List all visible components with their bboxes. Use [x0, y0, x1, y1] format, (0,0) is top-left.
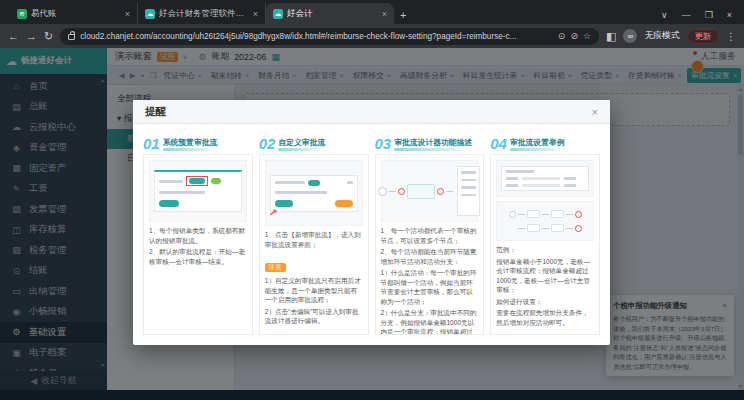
- side-panel-icon[interactable]: ◧: [606, 30, 616, 43]
- browser-window: ≋ 易代账 × ☁ 好会计财务管理软件购买价格页… × ☁ 好会计 × + ∨ …: [0, 0, 744, 400]
- step-panel: ↗ 1、点击【新增审批流】，进入到审批流设置界面； 注意 1）自定义的审批流只有…: [259, 154, 369, 335]
- yidaizhang-favicon: ≋: [17, 9, 27, 19]
- browser-tab-active[interactable]: ☁ 好会计 ×: [266, 3, 394, 24]
- haokuaiji-favicon: ☁: [273, 9, 283, 19]
- window-close-icon[interactable]: ×: [727, 10, 732, 20]
- eye-slash-icon[interactable]: ⊘: [570, 31, 578, 41]
- new-tab-button[interactable]: +: [400, 9, 406, 21]
- restore-icon[interactable]: ❒: [705, 10, 713, 20]
- step-number: 04: [490, 136, 507, 151]
- modal-title: 提醒: [145, 105, 166, 119]
- step-text: 1、点击【新增审批流】，进入到审批流设置界面；: [265, 230, 363, 251]
- tab-close-icon[interactable]: ×: [125, 9, 130, 19]
- modal-header: 提醒 ×: [133, 100, 610, 124]
- step-text-line: 如何进行设置：: [496, 297, 594, 307]
- step-text-line: 1、每一个活动都代表一个审核的节点，可以设置多个节点；: [381, 226, 479, 245]
- step-panel: 1、每一个活动都代表一个审核的节点，可以设置多个节点；2、每个活动都能在当前环节…: [375, 154, 485, 335]
- step-text-line: 2、默认的审批流程是：开始—老板审核—会计审核—结束。: [149, 247, 247, 266]
- step-1: 01 系统预置审批流: [143, 132, 253, 335]
- chrome-update-button[interactable]: 更新: [687, 29, 719, 44]
- app-page: ☁ 畅捷通好会计 ▲ ▼ ⌂ 首页 ▤ 总账 ☁: [0, 48, 744, 400]
- minimize-icon[interactable]: —: [682, 10, 691, 20]
- step-text-line: 2、每个活动都能在当前环节随意增加环节活动和活动分支：: [381, 247, 479, 266]
- custom-flow-screenshot: ↗: [265, 160, 363, 226]
- browser-tab-title: 好会计财务管理软件购买价格页…: [159, 8, 249, 20]
- bookmark-star-icon[interactable]: ☆: [583, 31, 591, 41]
- step-title: 自定义审批流: [278, 137, 325, 151]
- step-2: 02 自定义审批流: [259, 132, 369, 335]
- back-icon[interactable]: ←: [8, 30, 19, 42]
- step-notes: 1）自定义的审批流只有启用后才能生效，且一个单据类型只能有一个启用的审批流程；2…: [265, 276, 363, 328]
- highlight-ring-icon: [398, 188, 405, 195]
- tab-close-icon[interactable]: ×: [253, 9, 258, 19]
- modal-body: 01 系统预置审批流: [133, 124, 610, 345]
- example-form-screenshot: [496, 160, 594, 197]
- reminder-modal: 提醒 × 01 系统预置审批流: [133, 100, 610, 345]
- designer-screenshot: [381, 160, 479, 222]
- tab-search-icon[interactable]: ∨: [661, 10, 668, 20]
- step-text-line: 1、每个报销单类型，系统都有默认的报销审批流。: [149, 226, 247, 245]
- step-text-line: 1）什么是活动：每一个审批的环节都叫做一个活动，例如当前环节需要会计主管审核，那…: [381, 268, 479, 306]
- browser-tab-title: 好会计: [287, 8, 378, 20]
- step-title: 审批流设置举例: [510, 137, 565, 151]
- forward-icon[interactable]: →: [26, 30, 37, 42]
- modal-close-icon[interactable]: ×: [592, 106, 598, 118]
- step-title: 系统预置审批流: [163, 137, 218, 151]
- step-text: 1、每个报销单类型，系统都有默认的报销审批流。2、默认的审批流程是：开始—老板审…: [149, 226, 247, 268]
- browser-toolbar: ← → ↻ cloud2.chanjet.com/accounting/uh26…: [0, 24, 744, 48]
- step-number: 02: [259, 136, 276, 151]
- zoom-icon[interactable]: ⊙: [558, 31, 566, 41]
- step-text-line: 1、点击【新增审批流】，进入到审批流设置界面；: [265, 230, 363, 249]
- haokuaiji-favicon: ☁: [145, 9, 155, 19]
- step-note-line: 2）点击“去编辑”可以进入到审批流设计器进行编辑。: [265, 307, 363, 326]
- incognito-label: 无痕模式: [644, 30, 679, 42]
- step-number: 03: [375, 136, 392, 151]
- step-title: 审批流设计器功能描述: [394, 137, 472, 151]
- address-bar[interactable]: cloud2.chanjet.com/accounting/uh26t264j5…: [60, 28, 599, 45]
- step-3: 03 审批流设计器功能描述: [375, 132, 485, 335]
- red-arrow-annotation: ↗: [268, 206, 278, 218]
- incognito-avatar-icon[interactable]: ∞: [623, 29, 637, 43]
- chrome-menu-icon[interactable]: ⋮: [726, 31, 736, 42]
- step-text-line: 2）什么是分支：审批流中不同的分支，例如报销单金额1000元以内是一个审批流程；…: [381, 308, 479, 335]
- browser-tab-1[interactable]: ≋ 易代账 ×: [10, 3, 138, 24]
- reload-icon[interactable]: ↻: [44, 30, 53, 43]
- url-text: cloud2.chanjet.com/accounting/uh26t264j5…: [80, 32, 553, 41]
- browser-tab-strip: ≋ 易代账 × ☁ 好会计财务管理软件购买价格页… × ☁ 好会计 × + ∨ …: [0, 0, 744, 24]
- preset-flow-screenshot: [149, 160, 247, 222]
- step-number: 01: [143, 136, 160, 151]
- step-panel: 1、每个报销单类型，系统都有默认的报销审批流。2、默认的审批流程是：开始—老板审…: [143, 154, 253, 335]
- step-text-line: 范例：: [496, 245, 594, 255]
- browser-tab-2[interactable]: ☁ 好会计财务管理软件购买价格页… ×: [138, 3, 266, 24]
- step-panel: 范例：报销单金额小于1000元，老板—会计审核流程；报销单金额超过1000元，老…: [490, 154, 600, 335]
- example-branch-screenshot: [496, 201, 594, 241]
- step-text: 1、每一个活动都代表一个审核的节点，可以设置多个节点；2、每个活动都能在当前环节…: [381, 226, 479, 335]
- tab-close-icon[interactable]: ×: [382, 9, 387, 19]
- step-note-line: 1）自定义的审批流只有启用后才能生效，且一个单据类型只能有一个启用的审批流程；: [265, 276, 363, 305]
- step-text: 范例：报销单金额小于1000元，老板—会计审核流程；报销单金额超过1000元，老…: [496, 245, 594, 329]
- step-text-line: 报销单金额小于1000元，老板—会计审核流程；报销单金额超过1000元，老板—会…: [496, 257, 594, 295]
- note-badge: 注意: [265, 263, 286, 272]
- step-text-line: 需要在流程前先增加分支条件，然后增加对应活动即可。: [496, 308, 594, 327]
- browser-tab-title: 易代账: [31, 8, 121, 20]
- step-4: 04 审批流设置举例: [490, 132, 600, 335]
- lock-icon[interactable]: [68, 34, 75, 40]
- highlight-ring-icon: [437, 188, 444, 195]
